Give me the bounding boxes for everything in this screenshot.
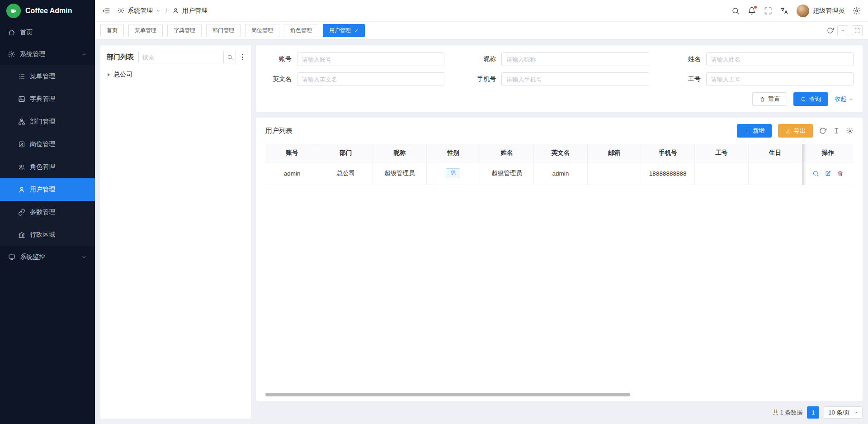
notification-dot	[754, 6, 757, 9]
download-icon	[785, 128, 791, 134]
tab-label: 部门管理	[212, 27, 234, 34]
cell-work-no	[695, 162, 749, 185]
sidebar-item-dept-management[interactable]: 部门管理	[0, 110, 95, 133]
sidebar-item-label: 用户管理	[30, 186, 55, 194]
column-header-email: 邮箱	[587, 144, 641, 162]
tab-user-management[interactable]: 用户管理	[323, 24, 365, 37]
tree-node-label: 总公司	[113, 71, 132, 79]
tab-home[interactable]: 首页	[100, 24, 124, 37]
sidebar-item-dict-management[interactable]: 字典管理	[0, 88, 95, 110]
tab-menu-management[interactable]: 菜单管理	[128, 24, 163, 37]
settings-gear-icon[interactable]	[853, 7, 861, 15]
tab-label: 菜单管理	[135, 27, 156, 34]
tree-node-head-office[interactable]: 总公司	[107, 70, 245, 80]
view-icon[interactable]	[812, 170, 819, 177]
row-height-icon[interactable]	[833, 127, 840, 134]
department-panel: 部门列表 总公司	[100, 45, 251, 419]
sidebar-item-menu-management[interactable]: 菜单管理	[0, 65, 95, 88]
phone-input[interactable]	[501, 72, 649, 86]
translate-icon[interactable]	[780, 7, 788, 15]
column-header-account: 账号	[265, 144, 319, 162]
tab-dropdown-button[interactable]	[837, 25, 848, 36]
user-list-actions: 新增 导出	[737, 124, 854, 138]
menu-fold-icon[interactable]	[102, 7, 110, 15]
chevron-up-icon	[81, 52, 87, 57]
refresh-icon[interactable]	[827, 27, 834, 34]
right-column: 账号 昵称 姓名 英文名	[256, 45, 863, 419]
sidebar-item-post-management[interactable]: 岗位管理	[0, 133, 95, 156]
tab-bar: 首页 菜单管理 字典管理 部门管理 岗位管理 角色管理 用户管理	[95, 22, 868, 40]
column-header-en-name: 英文名	[533, 144, 587, 162]
coffee-logo-icon	[6, 4, 21, 18]
content-fullscreen-button[interactable]	[852, 25, 863, 36]
name-input[interactable]	[706, 52, 854, 66]
reset-button[interactable]: 重置	[752, 92, 787, 106]
add-button-label: 新增	[753, 127, 764, 135]
page-content: 部门列表 总公司 账号	[95, 40, 868, 424]
sidebar-item-role-management[interactable]: 角色管理	[0, 156, 95, 178]
sidebar-item-user-management[interactable]: 用户管理	[0, 178, 95, 201]
cell-gender: 男	[426, 162, 480, 185]
department-more-button[interactable]	[241, 52, 245, 62]
row-operations	[806, 170, 850, 177]
edit-icon[interactable]	[825, 170, 831, 177]
filter-field-en-name: 英文名	[265, 72, 444, 86]
fullscreen-icon[interactable]	[764, 7, 772, 15]
column-header-operations: 操作	[802, 144, 854, 162]
page-button-1[interactable]: 1	[807, 406, 819, 419]
table-row[interactable]: admin 总公司 超级管理员 男 超级管理员 admin 1888888888…	[265, 162, 854, 185]
filter-grid: 账号 昵称 姓名 英文名	[265, 52, 854, 86]
gender-tag: 男	[446, 168, 460, 178]
main-area: 系统管理 / 用户管理 超级管理员 首页 菜单管理 字典管理 部门管理 岗位	[95, 0, 868, 424]
page-size-value: 10 条/页	[828, 409, 850, 417]
en-name-input[interactable]	[297, 72, 444, 86]
user-menu[interactable]: 超级管理员	[797, 5, 844, 17]
add-user-button[interactable]: 新增	[737, 124, 772, 138]
sidebar-item-system-management[interactable]: 系统管理	[0, 43, 95, 65]
department-search-button[interactable]	[223, 51, 236, 63]
page-size-select[interactable]: 10 条/页	[824, 406, 863, 419]
horizontal-scrollbar[interactable]	[265, 393, 630, 396]
collapse-link-label: 收起	[835, 95, 846, 103]
work-no-input[interactable]	[706, 72, 854, 86]
sidebar-item-system-monitor[interactable]: 系统监控	[0, 246, 95, 268]
field-label: 姓名	[675, 55, 701, 63]
plus-icon	[744, 128, 750, 134]
tree-caret-icon[interactable]	[108, 73, 110, 76]
export-button[interactable]: 导出	[778, 124, 813, 138]
nickname-input[interactable]	[501, 52, 649, 66]
avatar	[797, 5, 809, 17]
notification-button[interactable]	[748, 7, 756, 15]
search-button[interactable]: 查询	[793, 92, 828, 106]
breadcrumb-level1[interactable]: 系统管理	[127, 7, 153, 15]
cell-dept: 总公司	[319, 162, 373, 185]
tab-role-management[interactable]: 角色管理	[284, 24, 318, 37]
tab-post-management[interactable]: 岗位管理	[245, 24, 279, 37]
account-input[interactable]	[297, 52, 444, 66]
chevron-down-icon	[81, 254, 87, 260]
sidebar-item-home[interactable]: 首页	[0, 22, 95, 43]
sidebar-item-label: 菜单管理	[30, 72, 55, 81]
filter-field-phone: 手机号	[470, 72, 649, 86]
sidebar-item-region-management[interactable]: 行政区域	[0, 224, 95, 246]
refresh-icon[interactable]	[819, 127, 826, 134]
close-icon[interactable]	[354, 29, 359, 33]
filter-field-nickname: 昵称	[470, 52, 649, 66]
org-chart-icon	[18, 118, 25, 125]
tab-dept-management[interactable]: 部门管理	[206, 24, 241, 37]
delete-icon[interactable]	[837, 170, 844, 177]
username: 超级管理员	[813, 7, 844, 15]
breadcrumb-separator: /	[165, 7, 167, 14]
chevron-down-icon	[840, 28, 845, 33]
column-settings-icon[interactable]	[846, 127, 854, 134]
search-icon[interactable]	[731, 7, 740, 15]
sidebar-item-param-management[interactable]: 参数管理	[0, 201, 95, 224]
breadcrumb-level2[interactable]: 用户管理	[182, 7, 208, 15]
tab-dict-management[interactable]: 字典管理	[167, 24, 202, 37]
filter-actions: 重置 查询 收起	[265, 92, 854, 106]
department-search-input[interactable]	[139, 51, 223, 63]
filter-field-work-no: 工号	[675, 72, 854, 86]
collapse-filters-link[interactable]: 收起	[835, 95, 854, 103]
filter-field-account: 账号	[265, 52, 444, 66]
export-button-label: 导出	[794, 127, 806, 135]
